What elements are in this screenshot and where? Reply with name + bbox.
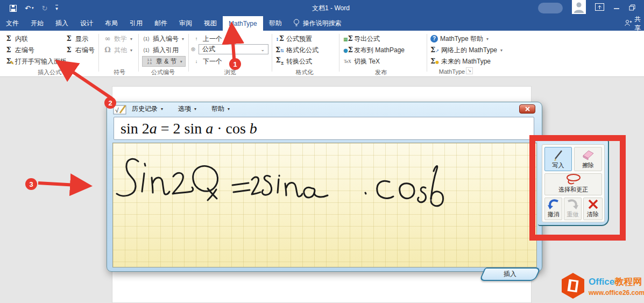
tex-icon: TeX [343,59,352,64]
mathtype-on-web-button[interactable]: Σ↗网络上的 MathType▾ [430,45,503,55]
chapter-section-icon: 1.12.1 [145,58,154,65]
dialog-launcher-icon[interactable]: ↘ [466,67,473,74]
sigma-icon: Σ [65,35,73,43]
avatar[interactable] [572,0,586,16]
ribbon-tab-row: 文件 开始 插入 设计 布局 引用 邮件 审阅 视图 MathType 帮助 操… [0,16,644,31]
format-equations-button[interactable]: Σ⇅格式化公式 [275,45,319,55]
browse-target-combobox[interactable]: 公式 ⌄ [199,44,268,54]
chevron-down-icon: ▾ [486,37,489,41]
number-icon: (1) [142,36,151,41]
chevron-down-icon: ▾ [500,48,503,53]
insert-right-numbered-equation-button[interactable]: Σ右编号 [65,45,95,55]
omega-icon: Ω [103,46,112,54]
tab-help[interactable]: 帮助 [263,16,288,31]
tab-layout[interactable]: 布局 [99,16,124,31]
history-menu[interactable]: 历史记录▾ [132,104,163,114]
sigma-format-icon: Σ⇅ [275,46,284,54]
sigma-bulb-icon: Σ● [430,58,439,66]
title-bar: ↶▾ ↻ ▾ 文档1 - Word [0,0,644,16]
chapter-section-button[interactable]: 1.12.1章 & 节▾ [142,56,186,67]
account-name-pill [538,3,563,13]
tab-review[interactable]: 审阅 [173,16,198,31]
math-input-panel-menubar: 历史记录▾ 选项▾ 帮助▾ [132,104,230,114]
toggle-tex-button[interactable]: TeX切换 TeX [343,56,380,67]
infinity-icon: ∞ [103,35,112,43]
browse-previous-button[interactable]: ↑上一个 [192,33,222,44]
future-mathtype-button[interactable]: Σ●未来的 MathType [430,56,491,67]
tab-view[interactable]: 视图 [198,16,223,31]
browse-target-icon: ◎ [191,46,195,52]
undo-icon[interactable]: ↶▾ [25,4,33,12]
chevron-down-icon: ▾ [130,48,132,53]
tab-insert[interactable]: 插入 [49,16,74,31]
panel-close-button[interactable] [519,104,535,114]
svg-text:√: √ [115,107,119,114]
tab-home[interactable]: 开始 [25,16,49,31]
restore-button[interactable] [629,3,635,13]
open-handwriting-panel-button[interactable]: Σ✎ 打开手写输入面板 [4,56,67,67]
group-divider [427,34,427,72]
tab-design[interactable]: 设计 [74,16,99,31]
share-button[interactable]: 共享 [625,16,644,31]
sigma-icon: Σ [65,46,73,54]
annotation-step-2: 2 [104,97,116,109]
save-icon[interactable] [10,5,17,12]
minimize-button[interactable] [613,3,620,13]
mathtype-help-button[interactable]: ?MathType 帮助▾ [430,33,489,44]
recognized-equation-preview: sin 2a = 2 sin a · cos b [114,117,534,140]
math-symbols-button[interactable]: ∞数学▾ [103,33,132,44]
insert-display-equation-button[interactable]: Σ显示 [65,33,88,44]
sigma-icon: Σ [4,35,13,43]
ribbon-display-options-icon[interactable] [595,3,604,13]
share-person-icon [625,19,632,28]
window-title: 文档1 - Word [312,0,350,16]
chevron-down-icon: ▾ [194,107,196,111]
insert-left-numbered-equation-button[interactable]: Σ左编号 [4,45,34,55]
help-question-icon: ? [430,35,438,43]
publish-mathpage-button[interactable]: ●Σ发布到 MathPage [343,45,405,55]
group-divider [272,34,272,72]
tab-mailings[interactable]: 邮件 [148,16,173,31]
down-arrow-icon: ↓ [192,59,201,64]
customize-qat-icon[interactable]: ▾ [55,5,58,11]
group-divider [138,34,139,72]
annotation-red-rectangle [529,135,626,241]
site-watermark: Office教程网 www.office26.com [561,272,644,301]
handwriting-ink [113,143,537,268]
word-window: ↶▾ ↻ ▾ 文档1 - Word 文件 开始 插入 设计 布局 引用 [0,0,644,303]
sigma-icon: Σ [4,46,13,54]
export-equations-button[interactable]: ▦Σ导出公式 [343,33,380,44]
tell-me-search[interactable]: 操作说明搜索 [288,16,347,31]
insert-button[interactable]: 插入 [479,267,541,281]
redo-icon[interactable]: ↻ [41,4,47,12]
globe-sigma-icon: ●Σ [343,46,352,54]
sigma-arrow-icon: Σ↗ [430,46,439,54]
tab-mathtype[interactable]: MathType [223,16,263,31]
group-label-format: 格式化 [296,68,314,76]
tab-file[interactable]: 文件 [0,16,25,31]
group-label-mathtype: MathType [439,68,465,75]
chevron-down-icon: ▾ [182,37,184,41]
insert-equation-number-button[interactable]: (1)插入编号▾ [142,33,184,44]
up-arrow-icon: ↑ [192,36,201,41]
group-divider [188,34,189,72]
browse-next-button[interactable]: ↓下一个 [192,56,222,67]
group-label-insert-equation: 插入公式 [38,68,61,76]
sigma-pencil-icon: Σ✎ [4,58,13,65]
convert-equations-button[interactable]: ΣΣ转换公式 [275,56,312,67]
tab-references[interactable]: 引用 [124,16,148,31]
other-symbols-button[interactable]: Ω其他▾ [103,45,132,55]
insert-inline-equation-button[interactable]: Σ内联 [4,33,28,44]
insert-equation-reference-button[interactable]: (1)插入引用 [142,45,179,55]
group-label-publish: 发布 [375,68,387,76]
export-sigma-icon: ▦Σ [343,35,352,43]
sigma-presets-icon: ↕Σ [275,35,284,43]
reference-icon: (1) [142,47,151,53]
equation-presets-button[interactable]: ↕Σ公式预置 [275,33,312,44]
sigma-convert-icon: ΣΣ [275,57,284,67]
options-menu[interactable]: 选项▾ [178,104,196,114]
handwriting-canvas[interactable] [112,143,537,267]
math-input-panel: √ 历史记录▾ 选项▾ 帮助▾ sin 2a = 2 sin a · cos b [107,102,542,272]
annotation-step-1: 1 [229,58,241,70]
help-menu[interactable]: 帮助▾ [211,104,230,114]
